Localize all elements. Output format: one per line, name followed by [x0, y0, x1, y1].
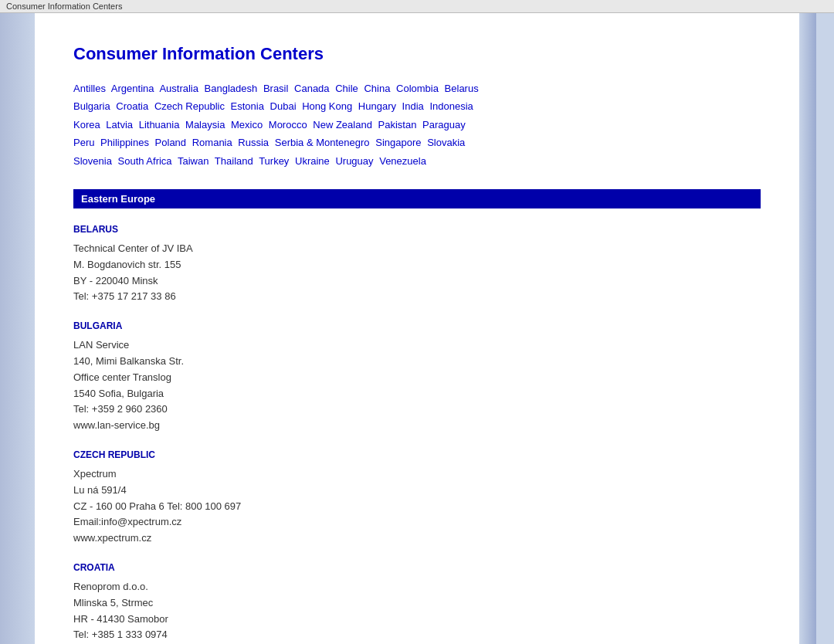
link-singapore: Singapore [375, 137, 424, 148]
link-south-africa: South Africa [118, 155, 175, 167]
link-chile: Chile [335, 83, 361, 94]
link-czech-republic: Czech Republic [154, 100, 228, 112]
link-poland: Poland [155, 137, 189, 148]
link-turkey: Turkey [259, 155, 292, 167]
link-australia: Australia [159, 83, 202, 94]
link-pakistan: Pakistan [378, 119, 420, 130]
country-info-czech-republic: Xpectrum Lu ná 591/4 CZ - 160 00 Praha 6… [73, 466, 761, 547]
link-croatia: Croatia [116, 100, 151, 112]
link-canada: Canada [294, 83, 333, 94]
link-mexico: Mexico [231, 119, 266, 130]
link-lithuania: Lithuania [139, 119, 183, 130]
link-slovakia: Slovakia [427, 137, 468, 148]
link-slovenia: Slovenia [73, 155, 115, 167]
title-bar: Consumer Information Centers [0, 0, 834, 13]
link-india: India [402, 100, 427, 112]
link-korea: Korea [73, 119, 103, 130]
link-paraguay: Paraguay [422, 119, 469, 130]
link-malaysia: Malaysia [185, 119, 228, 130]
link-brasil: Brasil [263, 83, 292, 94]
sidebar-right-inner [799, 13, 816, 644]
link-belarus: Belarus [445, 83, 482, 94]
link-russia: Russia [238, 137, 272, 148]
link-dubai: Dubai [270, 100, 300, 112]
sidebar-left [0, 13, 35, 644]
main-content: Consumer Information Centers Antilles Ar… [35, 13, 799, 644]
link-antilles: Antilles [73, 83, 109, 94]
country-croatia: CROATIA Renoprom d.o.o. Mlinska 5, Strme… [73, 562, 761, 643]
link-thailand: Thailand [215, 155, 256, 167]
country-title-bulgaria: BULGARIA [73, 320, 761, 331]
link-new-zealand: New Zealand [313, 119, 375, 130]
title-bar-text: Consumer Information Centers [6, 2, 122, 11]
link-colombia: Colombia [396, 83, 442, 94]
page-title: Consumer Information Centers [73, 44, 761, 64]
country-title-belarus: BELARUS [73, 224, 761, 235]
link-romania: Romania [192, 137, 236, 148]
link-philippines: Philippines [100, 137, 152, 148]
link-morocco: Morocco [269, 119, 310, 130]
link-bulgaria: Bulgaria [73, 100, 114, 112]
link-hungary: Hungary [358, 100, 399, 112]
link-venezuela: Venezuela [379, 155, 429, 167]
country-belarus: BELARUS Technical Center of JV IBA M. Bo… [73, 224, 761, 305]
country-bulgaria: BULGARIA LAN Service 140, Mimi Balkanska… [73, 320, 761, 434]
sidebar-right-accent [816, 13, 834, 644]
link-indonesia: Indonesia [429, 100, 476, 112]
link-uruguay: Uruguay [335, 155, 376, 167]
link-estonia: Estonia [231, 100, 267, 112]
link-argentina: Argentina [111, 83, 158, 94]
link-bangladesh: Bangladesh [205, 83, 261, 94]
section-header: Eastern Europe [73, 189, 761, 208]
link-peru: Peru [73, 137, 97, 148]
link-taiwan: Taiwan [178, 155, 212, 167]
country-czech-republic: CZECH REPUBLIC Xpectrum Lu ná 591/4 CZ -… [73, 449, 761, 547]
country-title-croatia: CROATIA [73, 562, 761, 573]
links-section: Antilles Argentina Australia Bangladesh … [73, 80, 761, 170]
country-info-croatia: Renoprom d.o.o. Mlinska 5, Strmec HR - 4… [73, 579, 761, 643]
link-hong-kong: Hong Kong [302, 100, 355, 112]
link-latvia: Latvia [106, 119, 136, 130]
link-ukraine: Ukraine [295, 155, 333, 167]
country-info-bulgaria: LAN Service 140, Mimi Balkanska Str. Off… [73, 337, 761, 434]
link-china: China [364, 83, 393, 94]
country-title-czech-republic: CZECH REPUBLIC [73, 449, 761, 460]
country-info-belarus: Technical Center of JV IBA M. Bogdanovic… [73, 241, 761, 305]
link-serbia-montenegro: Serbia & Montenegro [275, 137, 373, 148]
